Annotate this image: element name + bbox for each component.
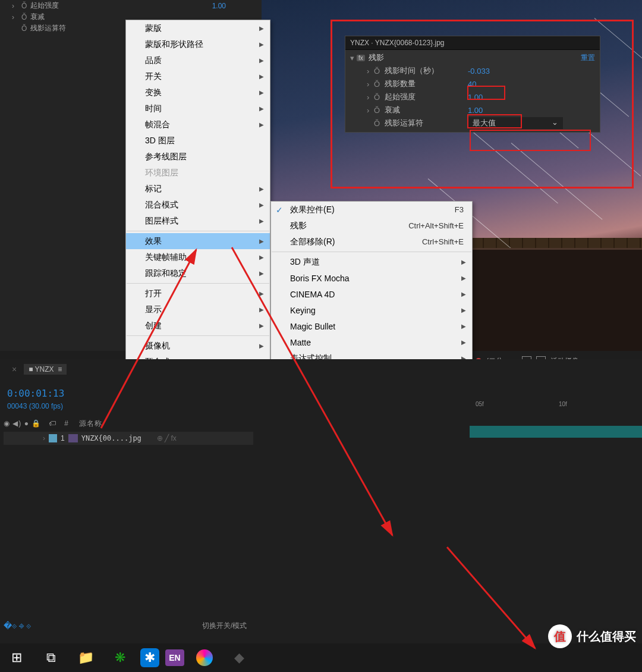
layer-name[interactable]: YNZX{00....jpg: [81, 434, 141, 442]
app-icon-gradient[interactable]: [190, 646, 219, 670]
menu-item[interactable]: 参考线图层: [126, 149, 270, 165]
file-explorer-icon[interactable]: 📁: [71, 646, 100, 670]
menu-item[interactable]: 变换▶: [126, 84, 270, 101]
menu-item[interactable]: 3D 图层: [126, 133, 270, 149]
onenote-icon[interactable]: EN: [165, 649, 184, 666]
check-icon: ✓: [276, 205, 283, 215]
menu-item[interactable]: ✓效果控件(E)F3: [271, 202, 472, 218]
menu-item-label: 打开: [145, 288, 162, 299]
stopwatch-icon[interactable]: Ŏ: [374, 106, 385, 115]
prop-label: 起始强度: [30, 1, 188, 11]
timeline-layer-row[interactable]: › 1 YNZX{00....jpg ⊕ ╱ fx: [4, 432, 253, 445]
frame-info: 00043 (30.00 fps): [7, 402, 63, 410]
menu-item[interactable]: CINEMA 4D▶: [271, 286, 472, 302]
stopwatch-icon[interactable]: Ŏ: [21, 13, 27, 21]
effect-controls-panel: YNZX · YNZX{0068-0123}.jpg ▾ fx 残影 重置 › …: [345, 36, 600, 133]
effect-prop-dropdown[interactable]: 最大值⌄: [468, 117, 563, 129]
menu-item[interactable]: 帧混合▶: [126, 117, 270, 133]
effect-prop-value[interactable]: 40: [468, 80, 476, 89]
chevron-right-icon[interactable]: ›: [43, 434, 45, 442]
menu-item[interactable]: Magic Bullet▶: [271, 318, 472, 334]
menu-item[interactable]: 混合模式▶: [126, 197, 270, 213]
chevron-down-icon[interactable]: ▾: [350, 54, 354, 62]
chevron-right-icon: ▶: [259, 290, 264, 297]
prop-value[interactable]: 1.00: [212, 2, 226, 10]
chevron-right-icon: ▶: [259, 41, 264, 48]
layer-track-bar[interactable]: [470, 426, 642, 438]
effect-property-row[interactable]: Ŏ 残影运算符 最大值⌄: [345, 117, 600, 130]
menu-separator: [127, 231, 269, 231]
menu-item-label: Matte: [290, 338, 311, 347]
timeline-panel: × ■ YNZX ≡ 0:00:01:13 00043 (30.00 fps) …: [0, 359, 642, 645]
menu-item[interactable]: 图层样式▶: [126, 213, 270, 229]
menu-item: 环境图层: [126, 165, 270, 181]
menu-item[interactable]: 标记▶: [126, 181, 270, 197]
menu-item[interactable]: 残影Ctrl+Alt+Shift+E: [271, 218, 472, 234]
menu-item[interactable]: 显示▶: [126, 302, 270, 318]
toggle-switches-button[interactable]: 切换开关/模式: [202, 621, 247, 631]
effect-prop-value[interactable]: -0.033: [468, 67, 490, 76]
start-button[interactable]: ⊞: [2, 646, 31, 670]
menu-item[interactable]: 时间▶: [126, 101, 270, 117]
stopwatch-icon[interactable]: Ŏ: [21, 24, 27, 33]
menu-item[interactable]: 品质▶: [126, 52, 270, 68]
chevron-right-icon[interactable]: ›: [367, 106, 374, 115]
chevron-right-icon: ▶: [259, 322, 264, 329]
task-view-button[interactable]: ⧉: [37, 646, 65, 670]
menu-item[interactable]: 效果▶: [126, 233, 270, 249]
menu-separator: [127, 335, 269, 336]
menu-item[interactable]: Matte▶: [271, 334, 472, 350]
app-icon-blue[interactable]: ✱: [140, 648, 159, 667]
stopwatch-icon[interactable]: Ŏ: [21, 2, 27, 10]
timecode[interactable]: 0:00:01:13: [7, 388, 64, 399]
menu-item-label: 标记: [145, 184, 162, 194]
watermark-text: 什么值得买: [577, 629, 636, 645]
effect-prop-value[interactable]: 1.00: [468, 93, 483, 102]
chevron-right-icon[interactable]: ›: [367, 80, 374, 89]
menu-item-label: 开关: [145, 71, 162, 82]
fx-icon[interactable]: fx: [357, 55, 365, 61]
timeline-ruler[interactable]: 05f 10f: [470, 401, 642, 412]
effect-property-row[interactable]: › Ŏ 残影时间（秒） -0.033: [345, 64, 600, 77]
effect-prop-value[interactable]: 1.00: [468, 106, 483, 115]
timeline-tab[interactable]: ■ YNZX ≡: [24, 364, 67, 375]
stopwatch-icon[interactable]: Ŏ: [374, 67, 385, 76]
prop-row[interactable]: › Ŏ 起始强度 1.00: [12, 0, 226, 11]
menu-item[interactable]: 跟踪和稳定▶: [126, 265, 270, 281]
menu-item[interactable]: 开关▶: [126, 68, 270, 84]
effect-property-row[interactable]: › Ŏ 起始强度 1.00: [345, 90, 600, 103]
stopwatch-icon[interactable]: Ŏ: [374, 119, 385, 128]
reset-link[interactable]: 重置: [581, 53, 595, 63]
chevron-right-icon: ▶: [461, 307, 466, 313]
chevron-right-icon[interactable]: ›: [367, 93, 374, 102]
app-icon-dark[interactable]: ◆: [225, 646, 253, 670]
chevron-right-icon: ▶: [461, 323, 466, 329]
effect-property-row[interactable]: › Ŏ 残影数量 40: [345, 77, 600, 90]
menu-item[interactable]: 蒙版▶: [126, 20, 270, 36]
image-icon: [68, 434, 78, 442]
effect-property-row[interactable]: › Ŏ 衰减 1.00: [345, 103, 600, 117]
stopwatch-icon[interactable]: Ŏ: [374, 80, 385, 89]
menu-item[interactable]: 创建▶: [126, 318, 270, 334]
menu-item-label: 帧混合: [145, 120, 170, 130]
layer-color-swatch[interactable]: [49, 434, 57, 442]
menu-item-label: CINEMA 4D: [290, 290, 335, 299]
effect-header[interactable]: ▾ fx 残影 重置: [345, 51, 600, 64]
menu-item[interactable]: 蒙版和形状路径▶: [126, 36, 270, 52]
timeline-bottom-icons[interactable]: �⟐ ⎆ ⟐: [4, 621, 31, 630]
menu-item[interactable]: Keying▶: [271, 302, 472, 318]
menu-item[interactable]: 3D 声道▶: [271, 254, 472, 270]
chevron-right-icon: ▶: [259, 89, 264, 96]
chevron-right-icon[interactable]: ›: [367, 67, 374, 76]
menu-item[interactable]: Boris FX Mocha▶: [271, 270, 472, 286]
menu-item[interactable]: 全部移除(R)Ctrl+Shift+E: [271, 234, 472, 250]
chevron-right-icon: ▶: [259, 343, 264, 349]
wechat-icon[interactable]: ❋: [106, 646, 134, 670]
menu-item-label: 混合模式: [145, 200, 178, 211]
stopwatch-icon[interactable]: Ŏ: [374, 93, 385, 102]
menu-item[interactable]: 关键帧辅助▶: [126, 249, 270, 265]
chevron-right-icon: ›: [12, 13, 18, 21]
menu-item[interactable]: 打开▶: [126, 285, 270, 302]
effect-name: 残影: [369, 52, 581, 63]
menu-item[interactable]: 摄像机▶: [126, 338, 270, 354]
